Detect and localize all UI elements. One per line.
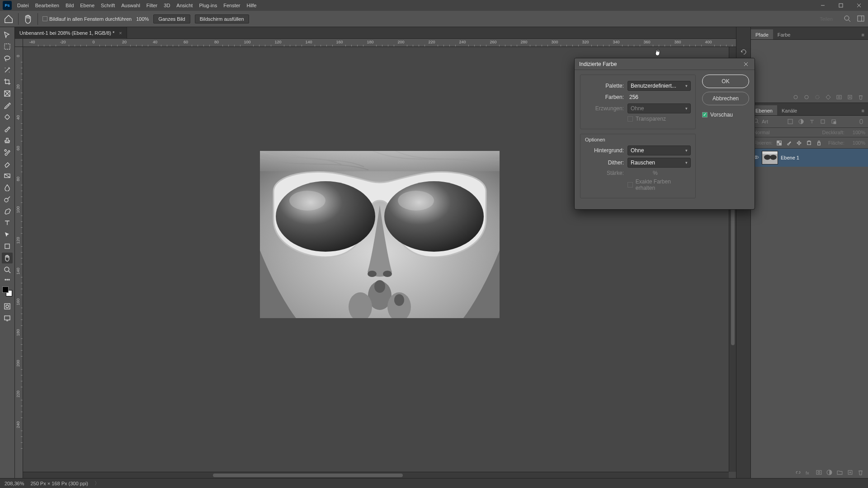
filter-toggle-icon[interactable] [857,117,865,126]
hand-tool[interactable] [2,253,13,263]
layer-thumbnail[interactable] [762,151,778,164]
menu-file[interactable]: Datei [17,3,29,8]
layers-panel-menu-icon[interactable]: ≡ [858,106,868,115]
fill-path-icon[interactable] [793,94,798,101]
layer-row[interactable]: Ebene 1 [751,149,868,167]
link-layers-icon[interactable] [795,469,801,476]
type-tool[interactable] [2,217,13,228]
workspace-icon[interactable] [857,15,864,23]
ruler-horizontal[interactable]: -40-200204060801001201401601802002202402… [23,39,736,47]
panel-menu-icon[interactable]: ≡ [858,30,868,39]
share-button[interactable]: Teilen [815,15,837,23]
menu-window[interactable]: Fenster [223,3,240,8]
dialog-titlebar[interactable]: Indizierte Farbe [575,58,755,70]
path-from-selection-icon[interactable] [826,94,831,101]
trash-icon[interactable] [858,469,863,476]
wand-tool[interactable] [2,65,13,75]
stroke-path-icon[interactable] [804,94,809,101]
menu-image[interactable]: Bild [66,3,74,8]
mask-icon[interactable] [816,469,822,476]
tab-color[interactable]: Farbe [773,29,795,39]
filter-pixel-icon[interactable] [786,117,794,126]
adjustment-icon[interactable] [826,469,832,476]
stamp-tool[interactable] [2,135,13,146]
document-tab[interactable]: Unbenannt-1 bei 208% (Ebene 1, RGB/8) * … [15,27,127,39]
delete-path-icon[interactable] [858,94,863,101]
matte-select[interactable]: Ohne▾ [627,145,691,155]
filter-type-icon[interactable] [808,117,816,126]
history-brush-tool[interactable] [2,147,13,158]
gradient-tool[interactable] [2,170,13,181]
new-layer-icon[interactable] [847,469,853,476]
lasso-tool[interactable] [2,53,13,64]
healing-tool[interactable] [2,112,13,122]
window-maximize-button[interactable] [832,0,850,11]
colors-input[interactable]: 256 [627,93,659,101]
menu-edit[interactable]: Bearbeiten [35,3,59,8]
ruler-vertical[interactable]: 020406080100120140160180200220240 [15,47,23,478]
dodge-tool[interactable] [2,194,13,205]
scrollbar-horizontal[interactable] [23,472,729,478]
preview-checkbox-box[interactable] [702,112,708,117]
menu-filter[interactable]: Filter [146,3,157,8]
pen-tool[interactable] [2,206,13,216]
history-panel-icon[interactable] [739,47,749,57]
eyedropper-tool[interactable] [2,100,13,111]
add-mask-icon[interactable] [836,94,842,101]
move-tool[interactable] [2,29,13,40]
menu-select[interactable]: Auswahl [121,3,140,8]
tab-paths[interactable]: Pfade [751,29,773,39]
filter-adjust-icon[interactable] [797,117,805,126]
path-select-tool[interactable] [2,229,13,240]
search-icon[interactable] [844,15,851,23]
fx-icon[interactable]: fx [806,469,811,476]
menu-3d[interactable]: 3D [164,3,170,8]
group-icon[interactable] [837,469,843,476]
filter-smart-icon[interactable] [830,117,838,126]
quickmask-icon[interactable] [2,301,13,312]
tab-channels[interactable]: Kanäle [777,105,802,115]
brush-tool[interactable] [2,123,13,134]
menu-layer[interactable]: Ebene [80,3,94,8]
fill-screen-button[interactable]: Bildschirm ausfüllen [195,14,249,23]
blur-tool[interactable] [2,182,13,193]
ok-button[interactable]: OK [702,75,749,88]
menu-view[interactable]: Ansicht [176,3,193,8]
opacity-value[interactable]: 100% [847,130,865,135]
fill-value[interactable]: 100% [847,140,865,145]
zoom-tool[interactable] [2,264,13,275]
menu-type[interactable]: Schrift [101,3,115,8]
shape-tool[interactable] [2,241,13,252]
marquee-tool[interactable] [2,41,13,52]
crop-tool[interactable] [2,76,13,87]
canvas-image[interactable] [260,151,500,318]
screenmode-icon[interactable] [2,313,13,324]
filter-shape-icon[interactable] [819,117,827,126]
frame-tool[interactable] [2,88,13,99]
window-close-button[interactable] [850,0,868,11]
document-tab-close-icon[interactable]: × [119,30,122,36]
layer-filter-kind[interactable]: Art [762,119,783,124]
status-info-chevron-icon[interactable]: 〉 [94,480,99,487]
blend-mode-select[interactable]: Normal [754,130,819,135]
menu-plugins[interactable]: Plug-ins [199,3,217,8]
home-icon[interactable] [4,14,14,24]
eraser-tool[interactable] [2,159,13,169]
lock-all-icon[interactable] [815,139,822,146]
dialog-close-icon[interactable] [742,60,750,68]
lock-pixels-icon[interactable] [785,139,793,146]
scroll-all-windows-checkbox[interactable]: Bildlauf in allen Fenstern durchführen [42,16,132,22]
lock-artboard-icon[interactable] [805,139,812,146]
menu-help[interactable]: Hilfe [246,3,256,8]
hand-tool-icon[interactable] [23,14,33,24]
status-zoom[interactable]: 208,36% [5,481,24,486]
preview-checkbox[interactable]: Vorschau [702,112,749,118]
status-docinfo[interactable]: 250 Px × 168 Px (300 ppi) [30,481,88,486]
color-swatches[interactable] [2,286,12,296]
dither-select[interactable]: Rauschen▾ [627,158,691,168]
edit-toolbar-icon[interactable] [2,276,13,283]
zoom-level[interactable]: 100% [136,16,149,22]
window-minimize-button[interactable] [814,0,832,11]
palette-select[interactable]: Benutzerdefiniert...▾ [627,81,691,91]
ruler-origin[interactable] [15,39,23,47]
